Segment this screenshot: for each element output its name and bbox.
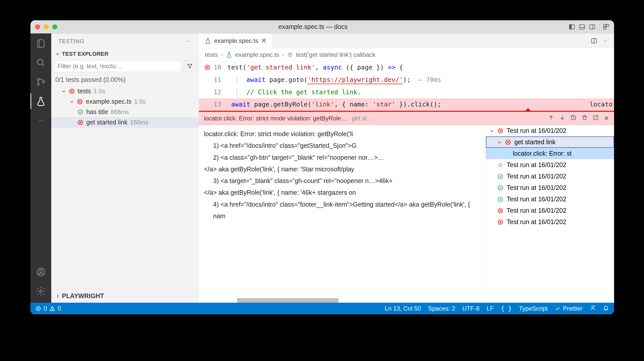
status-bar: 0 0 Ln 13, Col 50 Spaces: 2 UTF-8 LF { }… — [30, 303, 614, 314]
svg-point-18 — [40, 270, 42, 272]
bell-icon[interactable] — [603, 305, 609, 312]
filter-button[interactable] — [184, 60, 196, 72]
prev-error-icon[interactable] — [548, 115, 554, 122]
error-line: 2) <a class="gh-btn" target="_blank" rel… — [204, 152, 481, 163]
code-line[interactable]: 10 test('get started link', async ({ pag… — [199, 61, 614, 74]
history-icon[interactable] — [570, 115, 577, 122]
horizontal-scrollbar[interactable] — [237, 298, 338, 303]
breadcrumb-seg[interactable]: example.spec.ts — [235, 51, 279, 58]
layout-primary-sidebar-icon[interactable] — [569, 24, 575, 30]
svg-point-14 — [39, 120, 40, 121]
svg-rect-8 — [604, 27, 606, 29]
editor-area: example.spec.ts ✕ tests › example.spec.t… — [199, 33, 614, 303]
feedback-icon[interactable] — [590, 305, 596, 312]
pass-icon — [77, 109, 84, 115]
breadcrumb-seg[interactable]: tests — [205, 51, 218, 58]
source-control-icon[interactable] — [36, 77, 46, 87]
titlebar-actions — [569, 24, 609, 30]
fail-icon — [77, 98, 83, 105]
close-peek-icon[interactable]: ✕ — [604, 115, 609, 122]
tree-row-tests[interactable]: tests 1.0s — [51, 86, 199, 96]
testing-icon[interactable] — [36, 96, 46, 106]
layout-customize-icon[interactable] — [603, 24, 609, 30]
tree-label: example.spec.ts — [86, 98, 132, 105]
minimize-window-button[interactable] — [44, 24, 49, 29]
breadcrumb-seg[interactable]: test('get started link') callback — [296, 51, 375, 58]
error-line: 1) <a href="/docs/intro" class="getStart… — [204, 140, 481, 151]
status-warnings-count: 0 — [58, 305, 61, 312]
editor-tabs: example.spec.ts ✕ — [199, 33, 614, 48]
svg-point-31 — [606, 40, 607, 41]
code-line[interactable]: 11 | await page.goto('https://playwright… — [199, 74, 614, 86]
status-eol[interactable]: LF — [487, 305, 494, 312]
run-row-error[interactable]: locator.click: Error: st — [486, 148, 614, 159]
more-actions-icon[interactable] — [602, 39, 609, 43]
close-window-button[interactable] — [35, 24, 40, 29]
run-row[interactable]: Test run at 16/01/202 — [486, 216, 614, 228]
trash-icon[interactable] — [582, 115, 588, 122]
tree-row-test-has-title[interactable]: has title 866ms — [51, 107, 199, 117]
next-error-icon[interactable] — [559, 115, 565, 122]
tree-row-file[interactable]: example.spec.ts 1.0s — [51, 96, 199, 107]
split-editor-icon[interactable] — [591, 38, 597, 44]
breadcrumb-sep: › — [282, 51, 284, 58]
chevron-down-icon — [55, 52, 60, 56]
chevron-down-icon — [489, 129, 494, 133]
error-line: </a> aka getByRole('link', { name: '46k+… — [204, 187, 481, 198]
status-indent[interactable]: Spaces: 2 — [428, 305, 455, 312]
code-editor[interactable]: 10 test('get started link', async ({ pag… — [199, 61, 614, 111]
chevron-down-icon — [70, 99, 74, 104]
tree-row-test-get-started[interactable]: get started link 150ms — [51, 117, 199, 128]
status-prettier[interactable]: Prettier — [555, 305, 583, 312]
accounts-icon[interactable] — [36, 267, 46, 277]
status-errors-count: 0 — [44, 305, 47, 312]
gutter-fail-icon[interactable] — [204, 64, 211, 71]
code-line-error[interactable]: 13 | await page.getByRole('link', { name… — [199, 98, 614, 111]
fail-icon — [497, 128, 504, 134]
layout-panel-icon[interactable] — [579, 24, 585, 30]
status-braces-icon[interactable]: { } — [501, 305, 512, 312]
breadcrumb[interactable]: tests › example.spec.ts › test('get star… — [199, 48, 614, 61]
close-tab-icon[interactable]: ✕ — [261, 37, 267, 45]
run-row[interactable]: Test run at 16/01/202 — [486, 125, 614, 136]
open-external-icon[interactable] — [593, 115, 599, 122]
svg-point-19 — [40, 290, 42, 293]
test-tree: tests 1.0s example.spec.ts 1.0s has titl… — [51, 86, 199, 130]
filter-input[interactable] — [54, 60, 181, 72]
pass-icon — [497, 196, 504, 203]
run-row[interactable]: Test run at 16/01/202 — [486, 171, 614, 182]
run-row[interactable]: Test run at 16/01/202 — [486, 182, 614, 193]
search-icon[interactable] — [36, 57, 46, 68]
testing-sidebar: TESTING TEST EXPLORER 0/1 tests passed (… — [51, 33, 199, 303]
run-row[interactable]: Test run at 16/01/202 — [486, 159, 614, 171]
run-label: Test run at 16/01/202 — [507, 195, 566, 203]
fail-icon — [505, 139, 511, 146]
code-line[interactable]: 12 | // Click the get started link. — [199, 86, 614, 99]
chevron-down-icon — [497, 140, 502, 145]
run-row-selected[interactable]: get started link — [486, 136, 614, 148]
status-problems[interactable]: 0 0 — [36, 305, 61, 312]
layout-secondary-sidebar-icon[interactable] — [589, 24, 596, 30]
status-prettier-label: Prettier — [563, 305, 583, 312]
status-encoding[interactable]: UTF-8 — [462, 305, 480, 312]
playwright-section-header[interactable]: PLAYWRIGHT — [51, 289, 199, 303]
svg-line-10 — [42, 64, 44, 66]
pending-icon — [497, 162, 504, 168]
run-row[interactable]: Test run at 16/01/202 — [486, 193, 614, 205]
line-number: 10 — [213, 61, 226, 74]
fail-icon — [497, 207, 504, 214]
svg-point-35 — [499, 164, 502, 167]
more-icon[interactable] — [36, 115, 46, 126]
explorer-icon[interactable] — [36, 38, 46, 49]
maximize-window-button[interactable] — [52, 24, 57, 29]
tab-example-spec[interactable]: example.spec.ts ✕ — [199, 33, 273, 48]
settings-gear-icon[interactable] — [36, 286, 46, 297]
status-cursor-position[interactable]: Ln 13, Col 50 — [385, 305, 421, 312]
sidebar-more-icon[interactable] — [184, 38, 192, 45]
test-explorer-header[interactable]: TEST EXPLORER — [51, 49, 199, 59]
error-icon — [36, 306, 41, 311]
status-language[interactable]: TypeScript — [519, 305, 548, 312]
svg-rect-1 — [569, 25, 571, 29]
error-detail[interactable]: locator.click: Error: strict mode violat… — [199, 125, 486, 303]
run-row[interactable]: Test run at 16/01/202 — [486, 205, 614, 216]
